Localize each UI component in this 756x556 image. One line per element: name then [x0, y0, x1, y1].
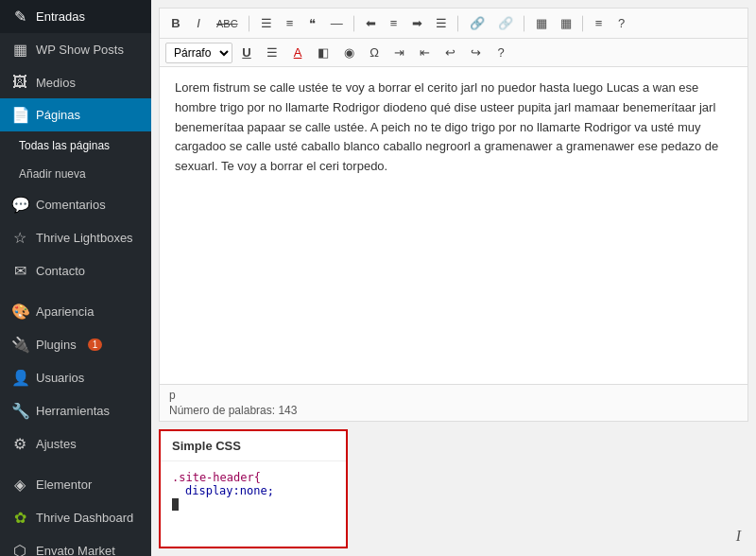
sidebar-item-label: Todas las páginas: [19, 139, 110, 152]
simple-css-title: Simple CSS: [161, 431, 346, 461]
css-line2: display:none;: [172, 484, 335, 497]
status-tag: p: [169, 389, 738, 402]
sidebar-item-label: Contacto: [36, 264, 85, 278]
underline-button[interactable]: U: [236, 42, 257, 63]
align-justify-button[interactable]: ☰: [430, 12, 453, 34]
main-content: B I ABC ☰ ≡ ❝ — ⬅ ≡ ➡ ☰ 🔗 🔗 ▦ ▦ ≡ ? P: [151, 0, 756, 556]
contacto-icon: ✉: [11, 262, 28, 280]
sidebar-item-wp-show-posts[interactable]: ▦ WP Show Posts: [0, 33, 151, 66]
format-select[interactable]: Párrafo Título 1 Título 2 Título 3 Verso: [165, 43, 232, 63]
separator4: [524, 15, 525, 32]
sidebar-item-thrive-dashboard[interactable]: ✿ Thrive Dashboard: [0, 501, 151, 534]
undo-button[interactable]: ↩: [439, 42, 461, 63]
sidebar-item-label: Usuarios: [36, 371, 84, 385]
medios-icon: 🖼: [11, 74, 28, 91]
align-right-button[interactable]: ➡: [406, 12, 428, 34]
sidebar-item-ajustes[interactable]: ⚙ Ajustes: [0, 427, 151, 460]
sidebar-item-label: Thrive Lightboxes: [36, 231, 133, 245]
sidebar-item-todas-paginas[interactable]: Todas las páginas: [0, 131, 151, 160]
sidebar-item-label: Añadir nueva: [19, 167, 86, 181]
text-cursor: [172, 498, 179, 511]
text-align-button[interactable]: ☰: [261, 42, 284, 63]
bold-button[interactable]: B: [165, 12, 186, 34]
align-center-button[interactable]: ≡: [384, 12, 404, 34]
sidebar-item-label: Medios: [36, 76, 76, 90]
help-button[interactable]: ?: [611, 12, 632, 34]
separator5: [582, 15, 584, 32]
sidebar-item-elementor[interactable]: ◈ Elementor: [0, 468, 151, 501]
wp-show-posts-icon: ▦: [11, 41, 28, 59]
toolbar-row2: Párrafo Título 1 Título 2 Título 3 Verso…: [160, 39, 747, 67]
elementor-icon: ◈: [11, 476, 28, 494]
thrive-lightboxes-icon: ☆: [11, 229, 28, 247]
plugins-badge: 1: [88, 339, 103, 351]
apariencia-icon: 🎨: [11, 303, 28, 321]
sidebar-item-thrive-lightboxes[interactable]: ☆ Thrive Lightboxes: [0, 221, 151, 254]
special-chars-button[interactable]: Ω: [364, 42, 385, 63]
sidebar-item-medios[interactable]: 🖼 Medios: [0, 66, 151, 98]
remove-link-button[interactable]: 🔗: [492, 12, 519, 34]
ajustes-icon: ⚙: [11, 435, 28, 453]
toolbar-row1: B I ABC ☰ ≡ ❝ — ⬅ ≡ ➡ ☰ 🔗 🔗 ▦ ▦ ≡ ?: [160, 9, 747, 39]
sidebar-item-apariencia[interactable]: 🎨 Apariencia: [0, 295, 151, 328]
font-color-button[interactable]: A: [287, 42, 308, 63]
sidebar-item-label: Ajustes: [36, 437, 77, 451]
sidebar-item-plugins[interactable]: 🔌 Plugins 1: [0, 328, 151, 361]
cursor-area: I: [355, 429, 748, 548]
outdent-button[interactable]: ⇤: [414, 42, 436, 63]
blockquote-button[interactable]: ❝: [302, 12, 323, 34]
sidebar: ✎ Entradas ▦ WP Show Posts 🖼 Medios 📄 Pá…: [0, 0, 151, 556]
paginas-icon: 📄: [11, 106, 28, 124]
strikethrough-button[interactable]: ABC: [211, 14, 244, 33]
sidebar-item-label: Apariencia: [36, 304, 94, 319]
herramientas-icon: 🔧: [11, 402, 28, 420]
simple-css-widget: Simple CSS .site-header{ display:none;: [159, 429, 348, 548]
plugins-icon: 🔌: [11, 336, 28, 354]
entradas-icon: ✎: [11, 8, 28, 26]
sidebar-item-paginas[interactable]: 📄 Páginas: [0, 98, 151, 131]
sidebar-item-comentarios[interactable]: 💬 Comentarios: [0, 188, 151, 221]
sidebar-item-label: Comentarios: [36, 198, 106, 212]
cursor-indicator: I: [736, 528, 741, 545]
envato-market-icon: ⬡: [11, 542, 28, 556]
usuarios-icon: 👤: [11, 369, 28, 387]
sidebar-item-label: Páginas: [36, 108, 80, 122]
sidebar-item-contacto[interactable]: ✉ Contacto: [0, 254, 151, 287]
sidebar-item-label: Entradas: [36, 9, 85, 24]
separator2: [353, 15, 355, 32]
comentarios-icon: 💬: [11, 196, 28, 214]
simple-css-code[interactable]: .site-header{ display:none;: [161, 461, 346, 547]
editor-content-area[interactable]: Lorem fistrum se calle ustée te voy a bo…: [160, 67, 747, 384]
separator3: [457, 15, 459, 32]
sidebar-item-label: Envato Market: [36, 544, 115, 556]
horizontal-rule-button[interactable]: —: [325, 12, 349, 34]
ordered-list-button[interactable]: ≡: [280, 12, 301, 34]
sidebar-item-label: Elementor: [36, 478, 92, 492]
word-count: Número de palabras: 143: [169, 404, 738, 417]
indent-button[interactable]: ⇥: [388, 42, 410, 63]
unordered-list-button[interactable]: ☰: [255, 12, 278, 34]
editor-status-bar: p Número de palabras: 143: [160, 384, 747, 421]
redo-button[interactable]: ↪: [465, 42, 487, 63]
insert-table-button[interactable]: ▦: [530, 12, 553, 34]
table-options-button[interactable]: ▦: [555, 12, 577, 34]
sidebar-item-herramientas[interactable]: 🔧 Herramientas: [0, 394, 151, 427]
highlight-button[interactable]: ◧: [312, 42, 335, 63]
editor-paragraph: Lorem fistrum se calle ustée te voy a bo…: [175, 78, 732, 177]
insert-link-button[interactable]: 🔗: [464, 12, 490, 34]
more-options-button[interactable]: ≡: [589, 12, 610, 34]
sidebar-item-envato-market[interactable]: ⬡ Envato Market: [0, 534, 151, 556]
sidebar-item-label: Plugins: [36, 338, 77, 352]
sidebar-item-label: Herramientas: [36, 404, 110, 418]
css-line3: [172, 497, 335, 511]
sidebar-item-label: Thrive Dashboard: [36, 511, 133, 525]
sidebar-item-entradas[interactable]: ✎ Entradas: [0, 0, 151, 33]
clear-format-button[interactable]: ◉: [338, 42, 360, 63]
sidebar-item-usuarios[interactable]: 👤 Usuarios: [0, 361, 151, 394]
align-left-button[interactable]: ⬅: [360, 12, 382, 34]
sidebar-item-label: WP Show Posts: [36, 43, 124, 57]
sidebar-item-anadir-nueva[interactable]: Añadir nueva: [0, 160, 151, 188]
keyboard-help-button[interactable]: ?: [490, 42, 511, 63]
thrive-dashboard-icon: ✿: [11, 509, 28, 527]
italic-button[interactable]: I: [188, 12, 209, 34]
